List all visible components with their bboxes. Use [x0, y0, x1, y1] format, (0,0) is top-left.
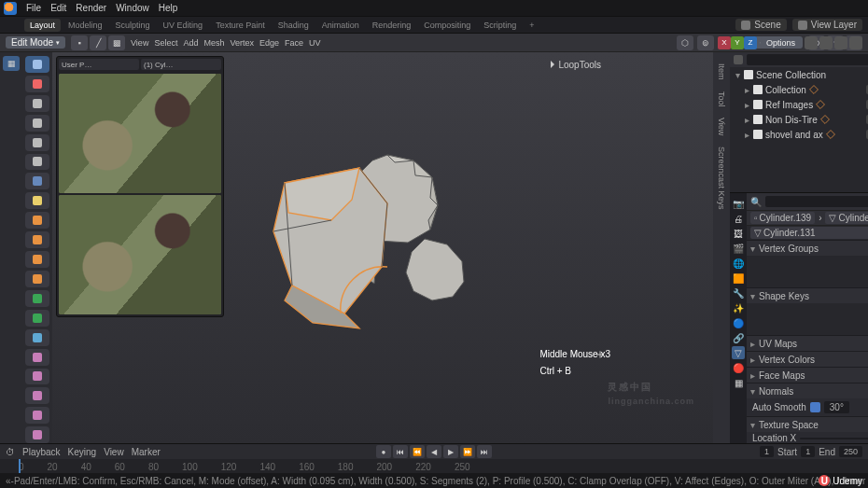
- jump-start-button[interactable]: ⏮: [393, 445, 408, 458]
- shading-matprev[interactable]: [834, 36, 847, 49]
- tl-marker[interactable]: Marker: [132, 447, 161, 457]
- outliner-row[interactable]: ▸Collection: [730, 82, 868, 97]
- tl-view[interactable]: View: [104, 447, 124, 457]
- menu-file[interactable]: File: [26, 3, 41, 13]
- prop-tab-physics[interactable]: 🔵: [732, 316, 745, 329]
- prop-tab-world[interactable]: 🌐: [732, 257, 745, 270]
- workspace-tab-scripting[interactable]: Scripting: [478, 19, 522, 32]
- timeline-editor-icon[interactable]: ⏱: [6, 447, 15, 457]
- prop-tab-particle[interactable]: ✨: [732, 301, 745, 314]
- mode-selector[interactable]: Edit Mode▾: [6, 36, 65, 49]
- outliner-search[interactable]: [747, 54, 868, 65]
- axis-y-icon[interactable]: Y: [731, 36, 744, 49]
- overlay-toggle[interactable]: ⊚: [697, 35, 714, 50]
- editor-type-button[interactable]: ▦: [3, 56, 20, 71]
- tool-knife[interactable]: [25, 290, 49, 307]
- outliner-row[interactable]: ▸Non Dis-Tire: [730, 112, 868, 127]
- tool-shear[interactable]: [25, 407, 49, 424]
- play-button[interactable]: ▶: [443, 445, 458, 458]
- viewlayer-selector[interactable]: View Layer: [792, 19, 862, 31]
- options-dropdown[interactable]: Options: [761, 37, 801, 49]
- vertex-select-mode[interactable]: ▪: [71, 35, 88, 50]
- outliner-root[interactable]: ▾Scene Collection: [730, 67, 868, 82]
- menu-help[interactable]: Help: [159, 3, 178, 13]
- tool-smooth[interactable]: [25, 349, 49, 366]
- auto-smooth-checkbox[interactable]: [810, 402, 820, 412]
- tool-scale[interactable]: [25, 134, 49, 151]
- ref-tab-user[interactable]: User P…: [59, 59, 139, 70]
- viewport-3d[interactable]: User P… (1) Cyl… LoopTools: [52, 52, 713, 443]
- menu-window[interactable]: Window: [116, 3, 149, 13]
- tool-rip[interactable]: [25, 426, 49, 443]
- end-frame[interactable]: 250: [839, 446, 862, 457]
- prop-tab-viewlayer[interactable]: 🖼: [732, 227, 745, 240]
- tool-transform[interactable]: [25, 154, 49, 171]
- datablock-breadcrumb[interactable]: ▫Cylinder.139› ▽Cylinder.131: [747, 210, 868, 225]
- properties-search[interactable]: [765, 196, 868, 207]
- menu-mesh[interactable]: Mesh: [203, 38, 224, 48]
- prop-tab-modifier[interactable]: 🔧: [732, 286, 745, 300]
- outliner-row[interactable]: ▸shovel and ax: [730, 127, 868, 142]
- shading-wire[interactable]: [805, 36, 818, 49]
- play-reverse-button[interactable]: ◀: [427, 445, 441, 458]
- location-x-field[interactable]: [800, 438, 868, 439]
- scene-selector[interactable]: Scene: [735, 19, 786, 31]
- outliner-editor-icon[interactable]: [734, 55, 743, 64]
- workspace-tab-uv[interactable]: UV Editing: [158, 19, 209, 32]
- n-tab-view[interactable]: View: [717, 112, 726, 141]
- prop-tab-data[interactable]: ▽: [732, 346, 745, 359]
- workspace-add[interactable]: +: [524, 19, 539, 32]
- menu-select[interactable]: Select: [154, 38, 177, 48]
- workspace-tab-animation[interactable]: Animation: [316, 19, 365, 32]
- panel-face-maps[interactable]: ▸Face Maps: [747, 368, 868, 383]
- ref-tab-cyl[interactable]: (1) Cyl…: [141, 59, 221, 70]
- tool-rotate[interactable]: [25, 115, 49, 132]
- jump-end-button[interactable]: ⏭: [477, 445, 492, 458]
- menu-render[interactable]: Render: [76, 3, 106, 13]
- outliner-row[interactable]: ▸Ref Images: [730, 97, 868, 112]
- shading-render[interactable]: [849, 36, 862, 49]
- workspace-tab-rendering[interactable]: Rendering: [367, 19, 417, 32]
- menu-view[interactable]: View: [131, 38, 148, 48]
- mesh-object[interactable]: [247, 127, 518, 369]
- playhead[interactable]: [19, 459, 21, 474]
- menu-uv[interactable]: UV: [309, 38, 321, 48]
- workspace-tab-layout[interactable]: Layout: [24, 19, 61, 32]
- menu-edge[interactable]: Edge: [259, 38, 279, 48]
- keyframe-next-button[interactable]: ⏩: [460, 445, 475, 458]
- prop-tab-render[interactable]: 📷: [732, 197, 745, 210]
- axis-x-icon[interactable]: X: [718, 36, 731, 49]
- shading-solid[interactable]: [819, 36, 833, 49]
- prop-tab-constraint[interactable]: 🔗: [732, 331, 745, 344]
- prop-tab-object[interactable]: 🟧: [732, 272, 745, 285]
- face-select-mode[interactable]: ▩: [108, 35, 125, 50]
- workspace-tab-sculpting[interactable]: Sculpting: [110, 19, 156, 32]
- edge-select-mode[interactable]: ╱: [90, 35, 106, 50]
- menu-vertex[interactable]: Vertex: [230, 38, 254, 48]
- tool-poly-build[interactable]: [25, 310, 49, 327]
- current-frame[interactable]: 1: [760, 446, 774, 457]
- tool-cursor[interactable]: [25, 76, 49, 92]
- n-tab-screencast[interactable]: Screencast Keys: [717, 141, 726, 216]
- panel-vertex-colors[interactable]: ▸Vertex Colors: [747, 352, 868, 367]
- menu-face[interactable]: Face: [285, 38, 303, 48]
- tl-playback[interactable]: Playback: [22, 447, 61, 457]
- workspace-tab-modeling[interactable]: Modeling: [63, 19, 108, 32]
- workspace-tab-compositing[interactable]: Compositing: [418, 19, 476, 32]
- tool-spin[interactable]: [25, 329, 49, 346]
- menu-add[interactable]: Add: [183, 38, 198, 48]
- panel-texture-space[interactable]: ▾Texture Space: [747, 417, 868, 432]
- menu-edit[interactable]: Edit: [50, 3, 66, 13]
- tool-shrink[interactable]: [25, 387, 49, 404]
- looptools-panel[interactable]: LoopTools: [551, 60, 601, 70]
- mesh-name-field[interactable]: ▽Cylinder.131: [750, 227, 868, 239]
- panel-shape-keys[interactable]: ▾Shape Keys: [747, 288, 868, 303]
- tl-keying[interactable]: Keying: [68, 447, 97, 457]
- autokey-toggle[interactable]: ●: [376, 445, 391, 458]
- tool-measure[interactable]: [25, 192, 49, 209]
- keyframe-prev-button[interactable]: ⏪: [410, 445, 425, 458]
- tool-select-box[interactable]: [25, 56, 49, 73]
- n-tab-tool[interactable]: Tool: [717, 86, 726, 113]
- n-tab-item[interactable]: Item: [717, 58, 726, 86]
- prop-tab-scene[interactable]: 🎬: [732, 242, 745, 255]
